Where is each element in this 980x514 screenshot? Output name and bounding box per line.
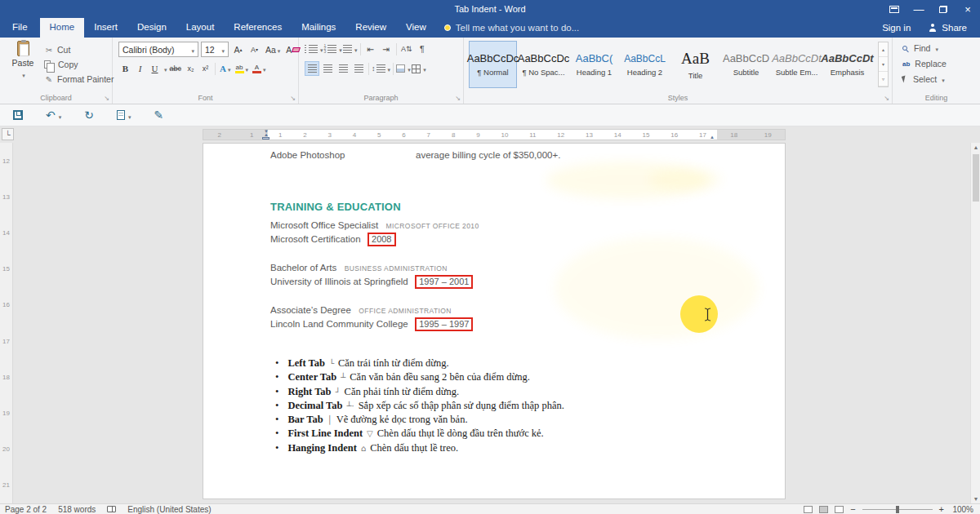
document-page[interactable]: Adobe Photoshop average billing cycle of… bbox=[203, 143, 786, 499]
save-button[interactable] bbox=[13, 110, 23, 120]
styles-scroll-up-button[interactable]: ▴ bbox=[879, 42, 888, 57]
draw-button[interactable]: ✎ bbox=[154, 109, 164, 122]
style-title[interactable]: AaBTitle bbox=[671, 41, 719, 88]
styles-dialog-launcher[interactable]: ↘ bbox=[884, 95, 889, 102]
read-mode-button[interactable] bbox=[804, 506, 813, 513]
style-normal[interactable]: AaBbCcDc¶ Normal bbox=[469, 41, 517, 88]
tab-stop-selector[interactable]: └ bbox=[2, 128, 14, 140]
tell-me-box[interactable]: Tell me what you want to do... bbox=[436, 18, 588, 38]
share-button[interactable]: Share bbox=[929, 23, 967, 33]
minimize-button[interactable]: — bbox=[906, 0, 931, 18]
line-spacing-button[interactable]: ↕ bbox=[372, 61, 390, 76]
italic-button[interactable]: I bbox=[133, 61, 147, 76]
restore-button[interactable] bbox=[931, 0, 956, 18]
font-family-combo[interactable]: Calibri (Body) bbox=[118, 42, 198, 57]
print-layout-button[interactable] bbox=[819, 506, 828, 513]
borders-button[interactable] bbox=[412, 61, 426, 76]
increase-indent-button[interactable]: ⇥ bbox=[379, 42, 394, 56]
zoom-in-button[interactable]: + bbox=[939, 506, 944, 513]
copy-button[interactable]: Copy bbox=[44, 59, 114, 70]
sort-button[interactable]: A⇅ bbox=[399, 42, 414, 56]
shading-dropdown-icon bbox=[406, 64, 411, 73]
decrease-indent-button[interactable]: ⇤ bbox=[363, 42, 378, 56]
style-emphasis[interactable]: AaBbCcDtEmphasis bbox=[823, 41, 871, 88]
bold-button[interactable]: B bbox=[118, 61, 132, 76]
undo-dropdown-icon bbox=[57, 109, 62, 122]
paste-button[interactable]: Paste bbox=[7, 41, 39, 90]
change-case-button[interactable]: Aa bbox=[264, 42, 282, 57]
redo-button[interactable]: ↻ bbox=[84, 109, 94, 122]
quick-style-button[interactable] bbox=[117, 109, 131, 122]
cut-button[interactable]: ✂Cut bbox=[44, 44, 114, 55]
tab-file[interactable]: File bbox=[0, 18, 40, 38]
sign-in-link[interactable]: Sign in bbox=[882, 23, 911, 33]
style-subtitle[interactable]: AaBbCcDSubtitle bbox=[722, 41, 770, 88]
left-indent-marker[interactable] bbox=[262, 137, 270, 140]
zoom-slider-thumb[interactable] bbox=[896, 506, 899, 513]
cut-label: Cut bbox=[57, 45, 70, 55]
style-subtle-emphasis[interactable]: AaBbCcDtSubtle Em... bbox=[773, 41, 821, 88]
shrink-font-button[interactable]: A▾ bbox=[247, 42, 261, 57]
word-count[interactable]: 518 words bbox=[58, 505, 96, 514]
tab-mailings[interactable]: Mailings bbox=[292, 18, 345, 38]
vertical-scrollbar[interactable]: ▲ ▼ bbox=[970, 143, 980, 503]
zoom-out-button[interactable]: − bbox=[850, 506, 855, 513]
scroll-down-arrow[interactable]: ▼ bbox=[971, 496, 980, 502]
clipboard-dialog-launcher[interactable]: ↘ bbox=[104, 95, 109, 102]
subscript-button[interactable]: x₂ bbox=[184, 61, 198, 76]
align-center-button[interactable] bbox=[320, 61, 335, 76]
style-heading-1[interactable]: AaBbC(Heading 1 bbox=[570, 41, 618, 88]
show-hide-marks-button[interactable]: ¶ bbox=[415, 42, 430, 56]
page-indicator[interactable]: Page 2 of 2 bbox=[5, 505, 47, 514]
tab-home[interactable]: Home bbox=[40, 18, 85, 38]
tab-review[interactable]: Review bbox=[345, 18, 396, 38]
zoom-level[interactable]: 100% bbox=[951, 505, 973, 514]
tab-insert[interactable]: Insert bbox=[84, 18, 127, 38]
ribbon-display-options-button[interactable] bbox=[882, 0, 906, 18]
styles-scroll-down-button[interactable]: ▾ bbox=[879, 57, 888, 72]
scroll-up-arrow[interactable]: ▲ bbox=[971, 144, 980, 150]
tab-design[interactable]: Design bbox=[127, 18, 176, 38]
replace-button[interactable]: abReplace bbox=[902, 58, 947, 69]
underline-button[interactable]: U bbox=[148, 61, 162, 76]
font-color-button[interactable]: A bbox=[251, 61, 268, 76]
format-painter-button[interactable]: ✎Format Painter bbox=[44, 73, 114, 85]
align-right-button[interactable] bbox=[336, 61, 350, 76]
font-dialog-launcher[interactable]: ↘ bbox=[290, 95, 296, 102]
paragraph-dialog-launcher[interactable]: ↘ bbox=[455, 95, 461, 102]
font-size-combo[interactable]: 12 bbox=[201, 42, 229, 57]
font-color-dropdown-icon bbox=[261, 64, 266, 73]
vertical-ruler[interactable]: 12131415161718192021 bbox=[0, 143, 13, 503]
grow-font-button[interactable]: A▴ bbox=[231, 42, 245, 57]
superscript-button[interactable]: x² bbox=[198, 61, 212, 76]
horizontal-ruler[interactable]: 21 1234567891011121314151617 1819 ▼ ▲ ▲ bbox=[203, 129, 786, 140]
tab-view[interactable]: View bbox=[396, 18, 436, 38]
zoom-slider[interactable] bbox=[862, 509, 933, 510]
highlight-button[interactable]: ab bbox=[234, 61, 251, 76]
proofing-icon[interactable] bbox=[107, 506, 116, 512]
find-button[interactable]: Find bbox=[902, 42, 947, 54]
doc-line-subtext: MICROSOFT OFFICE 2010 bbox=[386, 222, 479, 230]
justify-button[interactable] bbox=[351, 61, 366, 76]
numbering-button[interactable]: 123 bbox=[324, 42, 342, 56]
styles-more-button[interactable]: ▿ bbox=[879, 72, 888, 86]
scrollbar-thumb[interactable] bbox=[973, 154, 979, 202]
multilevel-list-button[interactable] bbox=[343, 42, 358, 56]
style-no-spacing[interactable]: AaBbCcDc¶ No Spac... bbox=[519, 41, 568, 88]
bullets-button[interactable] bbox=[305, 42, 323, 56]
close-button[interactable]: × bbox=[956, 0, 980, 18]
shading-button[interactable] bbox=[396, 61, 411, 76]
language-indicator[interactable]: English (United States) bbox=[127, 505, 211, 514]
align-left-button[interactable] bbox=[305, 61, 319, 76]
tab-desc: Căn văn bản đều sang 2 bên của điểm dừng… bbox=[350, 371, 530, 383]
web-layout-button[interactable] bbox=[835, 506, 844, 513]
tab-layout[interactable]: Layout bbox=[176, 18, 225, 38]
strikethrough-button[interactable]: abc bbox=[168, 61, 184, 76]
undo-button[interactable]: ↶ bbox=[46, 109, 61, 122]
tab-references[interactable]: References bbox=[224, 18, 292, 38]
text-effects-button[interactable]: A bbox=[218, 61, 232, 76]
select-button[interactable]: Select bbox=[902, 73, 947, 85]
text-effects-icon: A bbox=[220, 64, 226, 73]
style-heading-2[interactable]: AaBbCcLHeading 2 bbox=[621, 41, 669, 88]
right-indent-marker[interactable]: ▲ bbox=[710, 135, 715, 140]
